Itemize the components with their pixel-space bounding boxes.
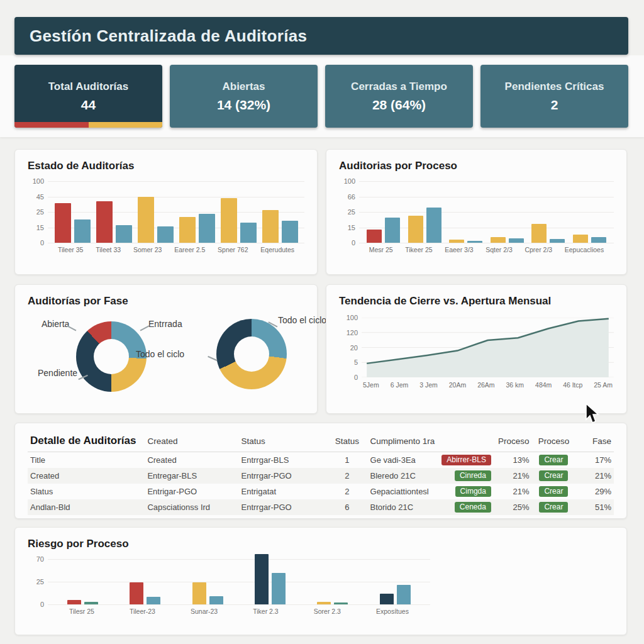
bar[interactable]	[192, 582, 206, 604]
bar-chart-proceso[interactable]: 1006625150Mesr 25Tikeer 25Eaeer 3/3Sqter…	[339, 181, 614, 253]
y-tick-label: 15	[348, 224, 355, 231]
x-tick-label: 5Jem	[363, 381, 379, 389]
bar[interactable]	[116, 225, 132, 243]
x-tick-label: 46 ltcp	[563, 381, 582, 389]
donut-label-todo-el-ciclo: Todo el ciclo	[136, 349, 184, 359]
bar[interactable]	[531, 224, 547, 243]
table-row[interactable]: SlatusEntrigar-PGOEntrigatat2Gepaciattio…	[28, 484, 614, 499]
kpi-card-total-auditorias[interactable]: Total Auditorías 44	[14, 65, 162, 128]
bar[interactable]	[209, 596, 223, 604]
bar[interactable]	[408, 216, 423, 243]
bar[interactable]	[449, 240, 464, 243]
plot-area[interactable]	[48, 559, 430, 604]
cumplimento-text: Gepaciattiontesl	[370, 487, 429, 496]
bar[interactable]	[385, 218, 400, 243]
bar[interactable]	[179, 217, 196, 243]
bar-group	[192, 582, 223, 604]
x-tick-label: 25 Am	[594, 381, 613, 389]
kpi-card-pendientes-criticas[interactable]: Pendientes Críticas 2	[480, 65, 628, 128]
y-tick-label: 0	[40, 239, 44, 247]
bar[interactable]	[426, 208, 441, 243]
x-tick-label: Tileer-23	[130, 608, 155, 615]
bar[interactable]	[397, 585, 411, 604]
bars-layer	[48, 559, 430, 604]
cumplimento-flex: Ge vadi-3EaAbirrer-BLS	[370, 455, 491, 465]
bar-group	[380, 585, 411, 604]
plot-area[interactable]	[362, 318, 614, 377]
table-row[interactable]: TitleCreatedEntrrgar-BLS1Ge vadi-3EaAbir…	[28, 452, 614, 469]
bar[interactable]	[74, 219, 91, 243]
status-badge: Cimgda	[455, 486, 491, 497]
plot-area[interactable]	[48, 181, 304, 243]
x-tick-label: 484m	[535, 381, 552, 389]
bar[interactable]	[509, 238, 524, 243]
bar[interactable]	[591, 237, 606, 243]
kpi-value: 44	[81, 97, 96, 113]
bar[interactable]	[221, 198, 237, 243]
gridline	[48, 243, 304, 243]
column-header-created: Created	[145, 432, 238, 452]
bar-group	[96, 201, 132, 243]
bar[interactable]	[130, 582, 143, 604]
chart-title: Auditorias por Proceso	[339, 160, 614, 172]
x-axis: Mesr 25Tikeer 25Eaeer 3/3Sqter 2/3Cprer …	[359, 243, 614, 253]
table-row[interactable]: Andlan-BldCapsciationss IrdEntrrgar-PGO6…	[28, 499, 614, 515]
x-tick-label: Mesr 25	[369, 246, 393, 253]
cumplimento-flex: Bleredo 21CCinreda	[370, 470, 491, 481]
bar[interactable]	[272, 573, 286, 604]
kpi-card-cerradas-a-tiempo[interactable]: Cerradas a Tiempo 28 (64%)	[325, 65, 473, 128]
cumplimento-text: Btorido 21C	[370, 502, 414, 512]
table-row[interactable]: CreatedEntregar-BLSEntrrgar-PGO2Bleredo …	[28, 468, 614, 484]
area-chart-tendencia[interactable]: 10012020505Jem6 Jem3 Jem20Am26Am36 km484…	[339, 318, 614, 389]
bar[interactable]	[240, 223, 257, 243]
kpi-row: Total Auditorías 44 Abiertas 14 (32%) Ce…	[14, 65, 628, 128]
kpi-value: 2	[551, 97, 558, 113]
bar-group	[67, 600, 98, 604]
bar-group	[130, 582, 160, 604]
x-tick-label: 26Am	[477, 381, 494, 389]
bar-chart-riesgo[interactable]: 70250Tilesr 25Tileer-23Sunar-23Tiker 2.3…	[28, 559, 430, 615]
x-tick-label: Tilesr 25	[69, 608, 94, 615]
bar[interactable]	[573, 235, 588, 243]
donut-chart-fase-2[interactable]	[216, 319, 287, 389]
bar[interactable]	[255, 554, 269, 604]
plot-area[interactable]	[359, 181, 614, 243]
bar[interactable]	[157, 226, 174, 243]
y-tick-label: 66	[348, 193, 355, 201]
bar-group	[573, 235, 606, 243]
x-tick-label: 6 Jem	[391, 381, 409, 389]
bar[interactable]	[147, 597, 160, 604]
bar[interactable]	[199, 214, 215, 243]
bar-chart-estado[interactable]: 1004525150Tileer 35Tileet 33Somer 23Eare…	[28, 181, 304, 253]
y-tick-label: 5	[354, 358, 358, 366]
bar[interactable]	[467, 241, 482, 243]
cell-proceso-pct: 21%	[494, 468, 532, 484]
bar[interactable]	[67, 600, 81, 604]
x-tick-label: Spner 762	[218, 246, 248, 253]
donut-label-entrrada: Entrrada	[148, 319, 182, 329]
x-tick-label: Sqter 2/3	[486, 246, 513, 253]
bar[interactable]	[380, 594, 394, 604]
bar-chart-wrap: 70250	[28, 559, 430, 604]
bar[interactable]	[55, 203, 71, 243]
bar[interactable]	[317, 602, 331, 604]
bar[interactable]	[84, 602, 98, 604]
status-badge: Abirrer-BLS	[441, 455, 491, 465]
bar[interactable]	[282, 221, 298, 243]
bar-group	[179, 214, 215, 243]
x-axis: Tileer 35Tileet 33Somer 23Eareer 2.5Spne…	[48, 243, 304, 253]
cell-fase-pct: 29%	[575, 484, 614, 499]
bar[interactable]	[491, 237, 506, 243]
chart-card-auditorias-por-fase: Auditorías por Fase Abierta Entrrada Pen…	[14, 284, 318, 414]
chart-title: Auditorías por Fase	[28, 295, 304, 308]
bar[interactable]	[334, 602, 348, 604]
bar[interactable]	[367, 230, 382, 243]
bar-group	[262, 210, 298, 243]
bar[interactable]	[550, 239, 565, 243]
column-header-proceso-2: Proceso	[531, 432, 575, 452]
kpi-card-abiertas[interactable]: Abiertas 14 (32%)	[170, 65, 318, 128]
bar[interactable]	[96, 201, 113, 243]
x-tick-label: Eepucaclioes	[565, 246, 604, 253]
bar[interactable]	[138, 197, 154, 243]
bar[interactable]	[262, 210, 279, 243]
